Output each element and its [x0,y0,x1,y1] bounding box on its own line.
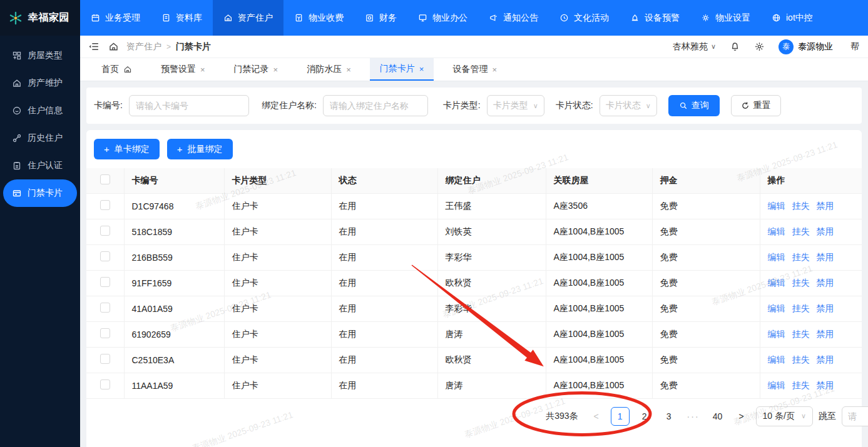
topnav-item-iot[interactable]: iot中控 [761,0,824,36]
bell-icon[interactable] [730,41,740,52]
disable-link[interactable]: 禁用 [817,354,834,364]
settings-gear-icon[interactable] [754,41,765,52]
topnav-item-assets-residents[interactable]: 资产住户 [213,0,283,36]
topnav-item-fees[interactable]: 物业收费 [283,0,354,36]
batch-bind-button[interactable]: + 批量绑定 [167,139,233,159]
tab-access-cards[interactable]: 门禁卡片 × [370,58,434,81]
collapse-menu-icon[interactable] [89,41,100,52]
topnav-item-settings[interactable]: 物业设置 [690,0,761,36]
report-loss-link[interactable]: 挂失 [792,354,810,364]
breadcrumb-section[interactable]: 资产住户 [126,41,161,53]
close-icon[interactable]: × [346,65,351,74]
tab-fire-water-pressure[interactable]: 消防水压 × [297,58,361,81]
column-header: 卡编号 [124,168,224,193]
home-icon [223,13,233,23]
help-link[interactable]: 帮 [850,41,859,53]
edit-link[interactable]: 编辑 [768,329,785,339]
gear-icon [701,13,710,23]
edit-link[interactable]: 编辑 [768,201,785,211]
sidebar-item-property-maintenance[interactable]: 房产维护 [0,69,80,97]
cell-deposit: 免费 [652,270,760,296]
tab-home[interactable]: 首页 [91,58,142,81]
disable-link[interactable]: 禁用 [817,201,834,211]
community-selector[interactable]: 杏林雅苑 ∨ [673,41,716,53]
card-no-input[interactable] [129,95,249,116]
report-loss-link[interactable]: 挂失 [792,278,810,288]
sidebar-item-resident-info[interactable]: 住户信息 [0,97,80,124]
tab-device-management[interactable]: 设备管理 × [442,58,507,81]
disable-link[interactable]: 禁用 [817,329,834,339]
card-status-select[interactable]: 卡片状态 ∨ [600,95,657,116]
reset-button[interactable]: 重置 [731,95,781,116]
card-type-select[interactable]: 卡片类型 ∨ [487,95,544,116]
topnav-item-office[interactable]: 物业办公 [407,0,478,36]
topnav-item-announcements[interactable]: 通知公告 [478,0,549,36]
search-button[interactable]: 查询 [668,95,720,116]
topnav-item-business[interactable]: 业务受理 [80,0,151,36]
sidebar-item-history-residents[interactable]: 历史住户 [0,124,80,152]
topnav-label: 业务受理 [105,13,140,24]
disable-link[interactable]: 禁用 [817,252,834,262]
page-ellipsis[interactable]: ··· [684,407,703,426]
topnav-label: 财务 [379,13,397,24]
edit-link[interactable]: 编辑 [768,303,785,313]
page-number-40[interactable]: 40 [708,407,727,426]
prev-page-button[interactable]: < [588,407,605,426]
chevron-down-icon: ∨ [533,102,538,110]
row-checkbox[interactable] [100,251,110,261]
page-number-3[interactable]: 3 [660,407,678,426]
jump-to-input[interactable] [842,406,868,426]
edit-link[interactable]: 编辑 [768,252,785,262]
disable-link[interactable]: 禁用 [817,278,834,288]
resident-name-input[interactable] [323,95,428,116]
row-checkbox[interactable] [100,379,110,389]
page-number-1[interactable]: 1 [611,407,630,426]
tab-alert-settings[interactable]: 预警设置 × [151,58,215,81]
topnav-item-finance[interactable]: 财务 [354,0,407,36]
close-icon[interactable]: × [273,65,278,74]
user-menu[interactable]: 泰 泰源物业 [779,39,833,54]
edit-link[interactable]: 编辑 [768,226,785,236]
close-icon[interactable]: × [200,65,205,74]
topnav-item-culture[interactable]: 文化活动 [549,0,620,36]
report-loss-link[interactable]: 挂失 [792,226,810,236]
cell-deposit: 免费 [652,321,760,347]
next-page-button[interactable]: > [733,407,750,426]
edit-link[interactable]: 编辑 [768,354,785,364]
edit-link[interactable]: 编辑 [768,380,785,390]
cell-status: 在用 [331,321,437,347]
disable-link[interactable]: 禁用 [817,303,834,313]
breadcrumb-home-icon[interactable] [108,41,119,52]
home-icon [12,78,22,88]
cell-card-no: 41A01A59 [124,296,224,321]
plus-icon: + [104,144,110,154]
edit-link[interactable]: 编辑 [768,278,785,288]
report-loss-link[interactable]: 挂失 [792,201,810,211]
report-loss-link[interactable]: 挂失 [792,329,810,339]
row-checkbox[interactable] [100,303,110,313]
page-size-select[interactable]: 10 条/页 ∨ [756,406,813,426]
close-icon[interactable]: × [419,64,424,74]
report-loss-link[interactable]: 挂失 [792,252,810,262]
topnav-item-library[interactable]: 资料库 [151,0,213,36]
sidebar-item-resident-auth[interactable]: 住户认证 [0,152,80,179]
sidebar-item-access-cards[interactable]: 门禁卡片 [3,179,77,207]
row-checkbox[interactable] [100,200,110,210]
disable-link[interactable]: 禁用 [817,226,834,236]
cell-deposit: 免费 [652,373,760,398]
row-checkbox[interactable] [100,328,110,338]
page-number-2[interactable]: 2 [635,407,654,426]
sidebar-item-house-types[interactable]: 房屋类型 [0,42,80,69]
disable-link[interactable]: 禁用 [817,380,834,390]
row-checkbox[interactable] [100,226,110,236]
report-loss-link[interactable]: 挂失 [792,303,810,313]
tab-access-records[interactable]: 门禁记录 × [224,58,288,81]
report-loss-link[interactable]: 挂失 [792,380,810,390]
row-checkbox[interactable] [100,277,110,287]
close-icon[interactable]: × [492,65,497,74]
topnav-item-device-alerts[interactable]: 设备预警 [620,0,690,36]
card-icon [12,188,22,198]
single-bind-button[interactable]: + 单卡绑定 [94,139,160,159]
row-checkbox[interactable] [100,354,110,364]
select-all-checkbox[interactable] [100,174,110,184]
